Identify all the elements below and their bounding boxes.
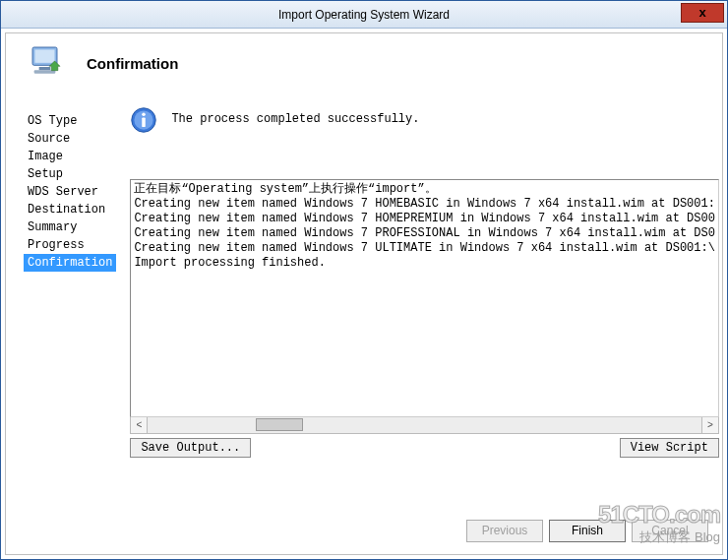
save-output-button[interactable]: Save Output...	[130, 438, 251, 458]
sidebar-step-setup[interactable]: Setup	[24, 165, 116, 183]
output-line: Creating new item named Windows 7 HOMEPR…	[134, 212, 715, 226]
svg-point-6	[143, 113, 147, 117]
svg-rect-1	[35, 49, 55, 62]
sidebar-step-wds-server[interactable]: WDS Server	[24, 183, 116, 201]
cancel-button: Cancel	[632, 520, 708, 542]
output-line: Creating new item named Windows 7 HOMEBA…	[134, 197, 715, 212]
wizard-window: Import Operating System Wizard x Confirm…	[0, 0, 728, 560]
sidebar-step-progress[interactable]: Progress	[24, 236, 116, 254]
scroll-thumb[interactable]	[256, 418, 303, 431]
header-section: Confirmation	[6, 33, 722, 93]
close-button[interactable]: x	[681, 3, 724, 23]
wizard-buttons: Previous Finish Cancel	[6, 508, 722, 554]
scroll-left-arrow[interactable]: <	[131, 417, 148, 433]
sidebar-step-source[interactable]: Source	[24, 130, 116, 148]
output-horizontal-scrollbar[interactable]: < >	[130, 417, 719, 434]
body-area: Confirmation OS TypeSourceImageSetupWDS …	[1, 29, 727, 559]
output-container: 正在目标“Operating system”上执行操作“import”。Crea…	[130, 179, 719, 434]
computer-icon	[28, 42, 67, 85]
output-line: 正在目标“Operating system”上执行操作“import”。	[134, 182, 715, 197]
page-title: Confirmation	[87, 55, 178, 72]
finish-button[interactable]: Finish	[549, 520, 626, 542]
main-pane: The process completed successfully. 正在目标…	[116, 93, 728, 508]
output-line: Import processing finished.	[134, 256, 715, 271]
sidebar-step-confirmation[interactable]: Confirmation	[24, 254, 116, 272]
svg-rect-7	[143, 117, 147, 127]
window-title: Import Operating System Wizard	[1, 8, 727, 22]
info-icon	[130, 106, 157, 134]
sidebar-step-os-type[interactable]: OS Type	[24, 112, 116, 130]
content-row: OS TypeSourceImageSetupWDS ServerDestina…	[6, 93, 722, 508]
svg-rect-2	[39, 67, 51, 70]
output-line: Creating new item named Windows 7 ULTIMA…	[134, 241, 715, 256]
sidebar-step-image[interactable]: Image	[24, 148, 116, 165]
sidebar-step-summary[interactable]: Summary	[24, 218, 116, 236]
inner-panel: Confirmation OS TypeSourceImageSetupWDS …	[5, 32, 723, 555]
sidebar-step-destination[interactable]: Destination	[24, 201, 116, 218]
scroll-right-arrow[interactable]: >	[701, 417, 718, 433]
scroll-track[interactable]	[148, 417, 701, 433]
output-textbox[interactable]: 正在目标“Operating system”上执行操作“import”。Crea…	[130, 179, 719, 417]
output-buttons-row: Save Output... View Script	[130, 438, 719, 458]
previous-button: Previous	[466, 520, 543, 542]
output-line: Creating new item named Windows 7 PROFES…	[134, 226, 715, 241]
status-message: The process completed successfully.	[171, 106, 419, 126]
wizard-steps-sidebar: OS TypeSourceImageSetupWDS ServerDestina…	[6, 93, 116, 508]
view-script-button[interactable]: View Script	[620, 438, 719, 458]
status-row: The process completed successfully.	[130, 106, 719, 134]
titlebar: Import Operating System Wizard x	[1, 1, 727, 29]
